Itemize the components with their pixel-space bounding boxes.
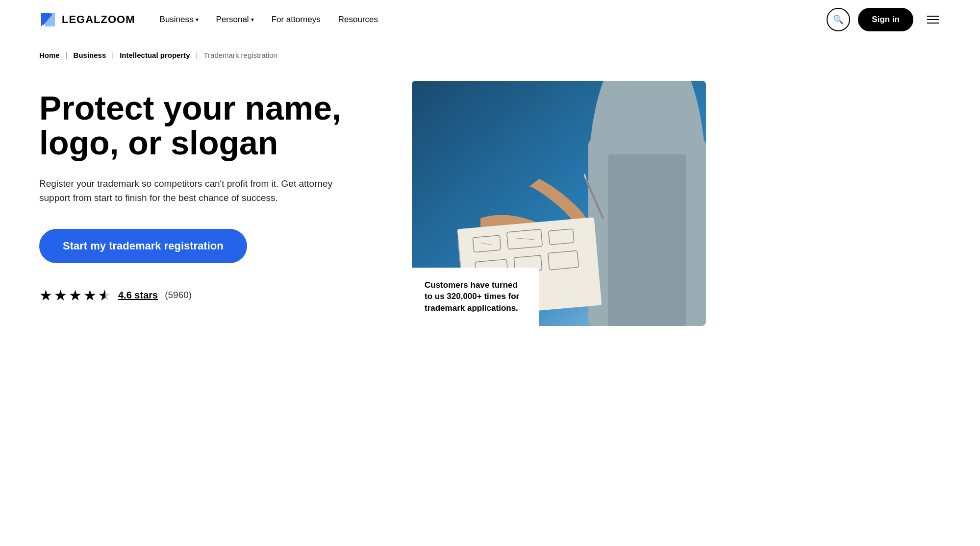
breadcrumb-home[interactable]: Home [39,51,60,59]
breadcrumb-separator: | [196,51,198,59]
hero-title: Protect your name, logo, or slogan [39,91,373,161]
star-1: ★ [39,287,52,304]
menu-button[interactable] [925,14,941,25]
search-button[interactable]: 🔍 [827,8,850,31]
signin-button[interactable]: Sign in [858,8,913,31]
hero-subtitle: Register your trademark so competitors c… [39,176,333,205]
chevron-down-icon: ▾ [196,16,199,23]
nav-links: Business ▾ Personal ▾ For attorneys Reso… [160,15,827,25]
hero-image-area: Customers have turned to us 320,000+ tim… [412,81,706,326]
star-4: ★ [83,287,97,304]
breadcrumb: Home | Business | Intellectual property … [0,39,980,71]
nav-actions: 🔍 Sign in [827,8,941,31]
breadcrumb-ip[interactable]: Intellectual property [120,51,190,59]
rating-row: ★ ★ ★ ★ ★ ★ 4.6 stars (5960) [39,287,373,304]
nav-resources[interactable]: Resources [338,15,378,25]
hamburger-icon [927,16,939,17]
breadcrumb-business[interactable]: Business [74,51,106,59]
hero-content: Protect your name, logo, or slogan Regis… [39,81,373,304]
star-2: ★ [54,287,67,304]
logo-link[interactable]: LEGALZOOM [39,11,135,28]
star-3: ★ [69,287,82,304]
star-half: ★ ★ [98,287,111,304]
rating-link[interactable]: 4.6 stars [118,290,158,301]
hero-section: Protect your name, logo, or slogan Regis… [0,71,980,355]
brand-name: LEGALZOOM [62,13,135,26]
cta-button[interactable]: Start my trademark registration [39,229,247,263]
hamburger-icon [927,19,939,20]
legalzoom-logo-icon [39,11,57,28]
navbar: LEGALZOOM Business ▾ Personal ▾ For atto… [0,0,980,39]
rating-count: (5960) [165,290,192,300]
star-rating: ★ ★ ★ ★ ★ ★ [39,287,111,304]
breadcrumb-separator: | [112,51,114,59]
svg-rect-6 [608,154,686,326]
social-proof-card: Customers have turned to us 320,000+ tim… [412,268,539,326]
social-proof-text: Customers have turned to us 320,000+ tim… [425,279,527,314]
nav-personal[interactable]: Personal ▾ [216,15,254,25]
chevron-down-icon: ▾ [251,16,254,23]
breadcrumb-current: Trademark registration [203,51,277,59]
nav-attorneys[interactable]: For attorneys [272,15,321,25]
search-icon: 🔍 [833,14,844,25]
nav-business[interactable]: Business ▾ [160,15,199,25]
breadcrumb-separator: | [66,51,68,59]
hamburger-icon [927,23,939,24]
